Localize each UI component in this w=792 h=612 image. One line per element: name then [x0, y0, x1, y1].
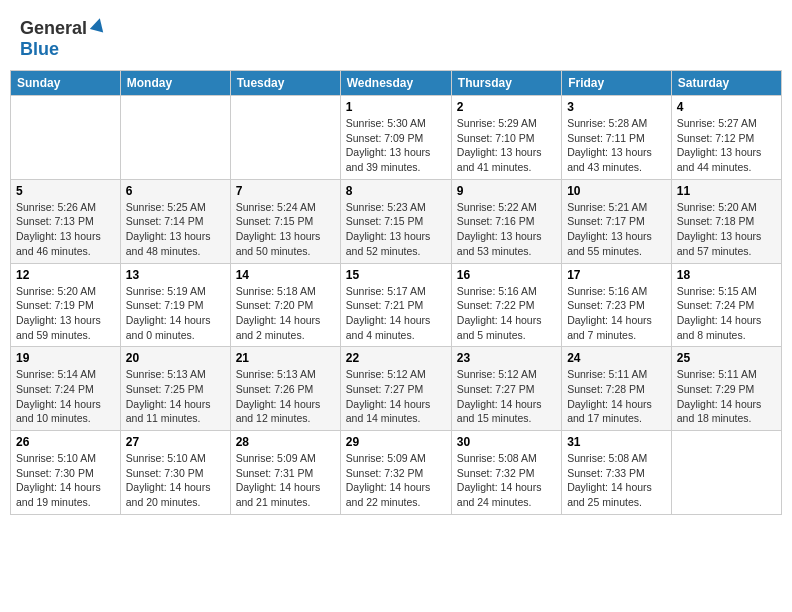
logo-blue-text: Blue [20, 39, 59, 60]
calendar-cell [120, 96, 230, 180]
calendar-cell: 1Sunrise: 5:30 AM Sunset: 7:09 PM Daylig… [340, 96, 451, 180]
day-info: Sunrise: 5:10 AM Sunset: 7:30 PM Dayligh… [126, 451, 225, 510]
calendar-week-row: 1Sunrise: 5:30 AM Sunset: 7:09 PM Daylig… [11, 96, 782, 180]
day-info: Sunrise: 5:26 AM Sunset: 7:13 PM Dayligh… [16, 200, 115, 259]
calendar-week-row: 5Sunrise: 5:26 AM Sunset: 7:13 PM Daylig… [11, 179, 782, 263]
calendar-cell: 31Sunrise: 5:08 AM Sunset: 7:33 PM Dayli… [562, 431, 672, 515]
calendar-cell: 28Sunrise: 5:09 AM Sunset: 7:31 PM Dayli… [230, 431, 340, 515]
calendar-cell: 10Sunrise: 5:21 AM Sunset: 7:17 PM Dayli… [562, 179, 672, 263]
calendar-cell: 11Sunrise: 5:20 AM Sunset: 7:18 PM Dayli… [671, 179, 781, 263]
day-number: 28 [236, 435, 335, 449]
day-info: Sunrise: 5:17 AM Sunset: 7:21 PM Dayligh… [346, 284, 446, 343]
calendar-week-row: 26Sunrise: 5:10 AM Sunset: 7:30 PM Dayli… [11, 431, 782, 515]
logo-triangle-icon [90, 17, 106, 37]
day-number: 27 [126, 435, 225, 449]
day-info: Sunrise: 5:11 AM Sunset: 7:28 PM Dayligh… [567, 367, 666, 426]
calendar-cell: 8Sunrise: 5:23 AM Sunset: 7:15 PM Daylig… [340, 179, 451, 263]
day-number: 4 [677, 100, 776, 114]
day-info: Sunrise: 5:30 AM Sunset: 7:09 PM Dayligh… [346, 116, 446, 175]
page-header: General Blue [10, 10, 782, 70]
day-info: Sunrise: 5:12 AM Sunset: 7:27 PM Dayligh… [457, 367, 556, 426]
day-info: Sunrise: 5:29 AM Sunset: 7:10 PM Dayligh… [457, 116, 556, 175]
day-number: 3 [567, 100, 666, 114]
day-number: 21 [236, 351, 335, 365]
day-info: Sunrise: 5:12 AM Sunset: 7:27 PM Dayligh… [346, 367, 446, 426]
logo-general-text: General [20, 18, 87, 39]
day-number: 30 [457, 435, 556, 449]
calendar-cell: 22Sunrise: 5:12 AM Sunset: 7:27 PM Dayli… [340, 347, 451, 431]
calendar-cell: 6Sunrise: 5:25 AM Sunset: 7:14 PM Daylig… [120, 179, 230, 263]
day-info: Sunrise: 5:09 AM Sunset: 7:32 PM Dayligh… [346, 451, 446, 510]
calendar-cell: 30Sunrise: 5:08 AM Sunset: 7:32 PM Dayli… [451, 431, 561, 515]
day-info: Sunrise: 5:11 AM Sunset: 7:29 PM Dayligh… [677, 367, 776, 426]
day-info: Sunrise: 5:23 AM Sunset: 7:15 PM Dayligh… [346, 200, 446, 259]
day-info: Sunrise: 5:28 AM Sunset: 7:11 PM Dayligh… [567, 116, 666, 175]
calendar-cell: 4Sunrise: 5:27 AM Sunset: 7:12 PM Daylig… [671, 96, 781, 180]
calendar-cell: 5Sunrise: 5:26 AM Sunset: 7:13 PM Daylig… [11, 179, 121, 263]
day-number: 11 [677, 184, 776, 198]
day-number: 14 [236, 268, 335, 282]
calendar-cell: 7Sunrise: 5:24 AM Sunset: 7:15 PM Daylig… [230, 179, 340, 263]
day-number: 18 [677, 268, 776, 282]
day-header-sunday: Sunday [11, 71, 121, 96]
day-number: 10 [567, 184, 666, 198]
day-info: Sunrise: 5:25 AM Sunset: 7:14 PM Dayligh… [126, 200, 225, 259]
logo: General Blue [20, 18, 106, 60]
day-header-tuesday: Tuesday [230, 71, 340, 96]
calendar-cell: 14Sunrise: 5:18 AM Sunset: 7:20 PM Dayli… [230, 263, 340, 347]
day-number: 23 [457, 351, 556, 365]
day-number: 26 [16, 435, 115, 449]
day-info: Sunrise: 5:08 AM Sunset: 7:33 PM Dayligh… [567, 451, 666, 510]
day-info: Sunrise: 5:15 AM Sunset: 7:24 PM Dayligh… [677, 284, 776, 343]
calendar-cell: 15Sunrise: 5:17 AM Sunset: 7:21 PM Dayli… [340, 263, 451, 347]
calendar-table: SundayMondayTuesdayWednesdayThursdayFrid… [10, 70, 782, 515]
day-number: 20 [126, 351, 225, 365]
calendar-cell: 19Sunrise: 5:14 AM Sunset: 7:24 PM Dayli… [11, 347, 121, 431]
day-number: 2 [457, 100, 556, 114]
calendar-cell: 12Sunrise: 5:20 AM Sunset: 7:19 PM Dayli… [11, 263, 121, 347]
calendar-cell: 20Sunrise: 5:13 AM Sunset: 7:25 PM Dayli… [120, 347, 230, 431]
day-info: Sunrise: 5:16 AM Sunset: 7:23 PM Dayligh… [567, 284, 666, 343]
day-number: 19 [16, 351, 115, 365]
day-number: 12 [16, 268, 115, 282]
day-info: Sunrise: 5:18 AM Sunset: 7:20 PM Dayligh… [236, 284, 335, 343]
calendar-cell: 2Sunrise: 5:29 AM Sunset: 7:10 PM Daylig… [451, 96, 561, 180]
calendar-cell: 25Sunrise: 5:11 AM Sunset: 7:29 PM Dayli… [671, 347, 781, 431]
day-info: Sunrise: 5:14 AM Sunset: 7:24 PM Dayligh… [16, 367, 115, 426]
day-header-saturday: Saturday [671, 71, 781, 96]
day-number: 9 [457, 184, 556, 198]
day-info: Sunrise: 5:08 AM Sunset: 7:32 PM Dayligh… [457, 451, 556, 510]
day-header-wednesday: Wednesday [340, 71, 451, 96]
day-header-thursday: Thursday [451, 71, 561, 96]
calendar-cell: 13Sunrise: 5:19 AM Sunset: 7:19 PM Dayli… [120, 263, 230, 347]
calendar-cell: 21Sunrise: 5:13 AM Sunset: 7:26 PM Dayli… [230, 347, 340, 431]
calendar-cell: 24Sunrise: 5:11 AM Sunset: 7:28 PM Dayli… [562, 347, 672, 431]
day-number: 16 [457, 268, 556, 282]
calendar-week-row: 12Sunrise: 5:20 AM Sunset: 7:19 PM Dayli… [11, 263, 782, 347]
day-number: 1 [346, 100, 446, 114]
day-number: 22 [346, 351, 446, 365]
day-info: Sunrise: 5:13 AM Sunset: 7:25 PM Dayligh… [126, 367, 225, 426]
calendar-cell: 27Sunrise: 5:10 AM Sunset: 7:30 PM Dayli… [120, 431, 230, 515]
day-info: Sunrise: 5:19 AM Sunset: 7:19 PM Dayligh… [126, 284, 225, 343]
calendar-cell: 9Sunrise: 5:22 AM Sunset: 7:16 PM Daylig… [451, 179, 561, 263]
day-number: 6 [126, 184, 225, 198]
calendar-week-row: 19Sunrise: 5:14 AM Sunset: 7:24 PM Dayli… [11, 347, 782, 431]
calendar-cell: 16Sunrise: 5:16 AM Sunset: 7:22 PM Dayli… [451, 263, 561, 347]
day-number: 15 [346, 268, 446, 282]
day-info: Sunrise: 5:16 AM Sunset: 7:22 PM Dayligh… [457, 284, 556, 343]
day-number: 7 [236, 184, 335, 198]
calendar-cell: 23Sunrise: 5:12 AM Sunset: 7:27 PM Dayli… [451, 347, 561, 431]
day-info: Sunrise: 5:24 AM Sunset: 7:15 PM Dayligh… [236, 200, 335, 259]
calendar-cell: 17Sunrise: 5:16 AM Sunset: 7:23 PM Dayli… [562, 263, 672, 347]
day-number: 17 [567, 268, 666, 282]
day-number: 5 [16, 184, 115, 198]
day-header-friday: Friday [562, 71, 672, 96]
calendar-cell: 26Sunrise: 5:10 AM Sunset: 7:30 PM Dayli… [11, 431, 121, 515]
day-info: Sunrise: 5:13 AM Sunset: 7:26 PM Dayligh… [236, 367, 335, 426]
day-info: Sunrise: 5:21 AM Sunset: 7:17 PM Dayligh… [567, 200, 666, 259]
day-number: 25 [677, 351, 776, 365]
calendar-cell [230, 96, 340, 180]
calendar-cell [671, 431, 781, 515]
day-info: Sunrise: 5:10 AM Sunset: 7:30 PM Dayligh… [16, 451, 115, 510]
